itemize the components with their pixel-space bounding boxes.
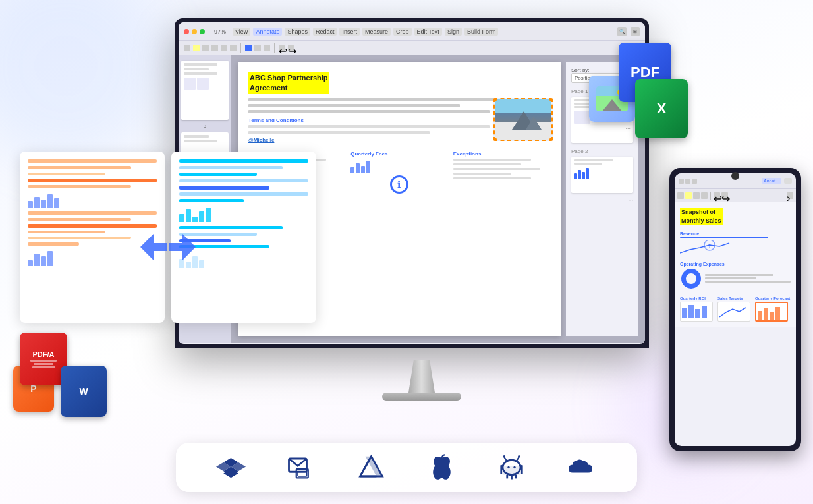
right-card-chart-1: [179, 206, 308, 222]
measure-btn[interactable]: Measure: [362, 28, 391, 36]
thumb-line: [184, 72, 217, 75]
word-badge: W: [61, 366, 107, 417]
svg-point-28: [508, 466, 510, 468]
document-title: ABC Shop Partnership Agreement: [248, 72, 329, 94]
exceptions-column: Exceptions: [453, 147, 550, 195]
svg-rect-7: [764, 308, 768, 320]
resize-handle-tr[interactable]: [549, 98, 553, 101]
cloud-icon[interactable]: [564, 449, 600, 486]
insert-btn[interactable]: Insert: [339, 28, 360, 36]
page-2-label: Page 2: [571, 148, 633, 154]
bar: [179, 259, 184, 268]
exceptions-title: Exceptions: [453, 151, 550, 157]
page-2-thumbnail[interactable]: [571, 157, 633, 193]
draw-btn[interactable]: [221, 45, 227, 51]
undo-btn[interactable]: ↩: [279, 45, 285, 51]
card-line: [28, 237, 131, 239]
svg-rect-18: [503, 466, 520, 475]
shape-btn[interactable]: [230, 45, 237, 51]
redo-btn[interactable]: ↪: [288, 45, 294, 51]
arrow-left-icon: [140, 234, 167, 260]
sharepoint-icon[interactable]: [283, 449, 319, 486]
thumb-block: [184, 78, 196, 90]
redact-btn[interactable]: Redact: [313, 28, 337, 36]
forecast-section: Quarterly Forecast: [755, 294, 791, 322]
thumbnail-page-3[interactable]: [181, 61, 229, 120]
tablet-tb2-btn-1[interactable]: [677, 192, 684, 199]
dropbox-icon[interactable]: [213, 449, 249, 486]
mountain-icon: [602, 99, 622, 111]
card-line: [179, 159, 308, 163]
bar: [179, 214, 184, 222]
expenses-section: Operating Expenses: [680, 262, 791, 266]
tablet-tb2-btn-3[interactable]: [693, 192, 700, 199]
align-btn[interactable]: [264, 45, 270, 51]
card-line: [179, 173, 257, 176]
tablet-tb2-btn-4[interactable]: [701, 192, 708, 199]
highlight-btn[interactable]: [193, 45, 200, 51]
share-toolbar-btn[interactable]: ⊞: [631, 27, 640, 36]
card-line: [179, 199, 244, 202]
expenses-row: [680, 267, 791, 290]
apple-icon[interactable]: [424, 449, 460, 486]
bar: [199, 260, 204, 268]
doc-text-line: [453, 168, 541, 170]
tablet-tool-icon[interactable]: [692, 179, 697, 184]
bar-2: [356, 163, 360, 173]
bar: [34, 254, 40, 266]
tablet-right-btn[interactable]: ›: [787, 192, 793, 199]
svg-line-16: [360, 457, 372, 476]
tablet-menu-icon[interactable]: [679, 179, 684, 184]
tablet-screen: Annot... ··· ↩ ↪ › Snapshot of Monthly S…: [675, 173, 796, 446]
pdfa-label: PDF/A: [33, 350, 55, 358]
sign-btn[interactable]: Sign: [445, 28, 462, 36]
right-card-chart-2: [179, 252, 308, 268]
pts-chart: [574, 167, 631, 179]
font-btn[interactable]: [254, 45, 261, 51]
card-line: [28, 218, 131, 221]
tablet-page-icon[interactable]: [685, 179, 690, 184]
google-drive-icon[interactable]: [353, 449, 389, 486]
shapes-btn[interactable]: Shapes: [285, 28, 310, 36]
svg-rect-3: [688, 305, 694, 318]
document-image[interactable]: [493, 98, 553, 141]
card-line: [179, 226, 283, 229]
card-line: [28, 242, 79, 246]
strikethrough-btn[interactable]: [211, 45, 218, 51]
card-line: [179, 166, 283, 169]
doc-text-line: [453, 173, 511, 175]
card-line: [179, 192, 308, 196]
tablet-camera: [731, 172, 739, 180]
underline-btn[interactable]: [202, 45, 209, 51]
pts-options-2: ···: [571, 197, 633, 204]
svg-point-29: [514, 466, 516, 468]
bar: [34, 197, 40, 208]
format-text-btn[interactable]: [184, 45, 190, 51]
left-card-chart-1: [28, 192, 157, 208]
build-form-btn[interactable]: Build Form: [464, 28, 499, 36]
annotate-btn[interactable]: Annotate: [253, 28, 282, 36]
doc-text-line: [248, 104, 460, 107]
bar: [47, 194, 53, 208]
tablet-redo-btn[interactable]: ↪: [721, 192, 728, 199]
resize-handle-bl[interactable]: [493, 138, 497, 141]
close-dot[interactable]: [184, 29, 189, 34]
maximize-dot[interactable]: [200, 29, 205, 34]
mountain-photo: [495, 99, 551, 140]
search-toolbar-btn[interactable]: 🔍: [617, 27, 627, 36]
view-btn[interactable]: View: [233, 28, 250, 36]
tablet-undo-btn[interactable]: ↩: [714, 192, 720, 199]
text-color-btn[interactable]: [245, 45, 252, 51]
pts-block: [574, 111, 590, 124]
crop-btn[interactable]: Crop: [393, 28, 412, 36]
tablet-document-title: Snapshot of Monthly Sales: [680, 208, 723, 225]
minimize-dot[interactable]: [192, 29, 197, 34]
bar: [199, 211, 204, 222]
edit-text-btn[interactable]: Edit Text: [414, 28, 442, 36]
android-icon[interactable]: [493, 449, 530, 486]
tablet-more-btn[interactable]: ···: [784, 178, 792, 184]
tablet-tb2-btn-2[interactable]: [685, 192, 692, 199]
tablet-annot-btn[interactable]: Annot...: [762, 178, 781, 184]
resize-handle-br[interactable]: [549, 138, 553, 141]
bar-1: [350, 167, 354, 173]
